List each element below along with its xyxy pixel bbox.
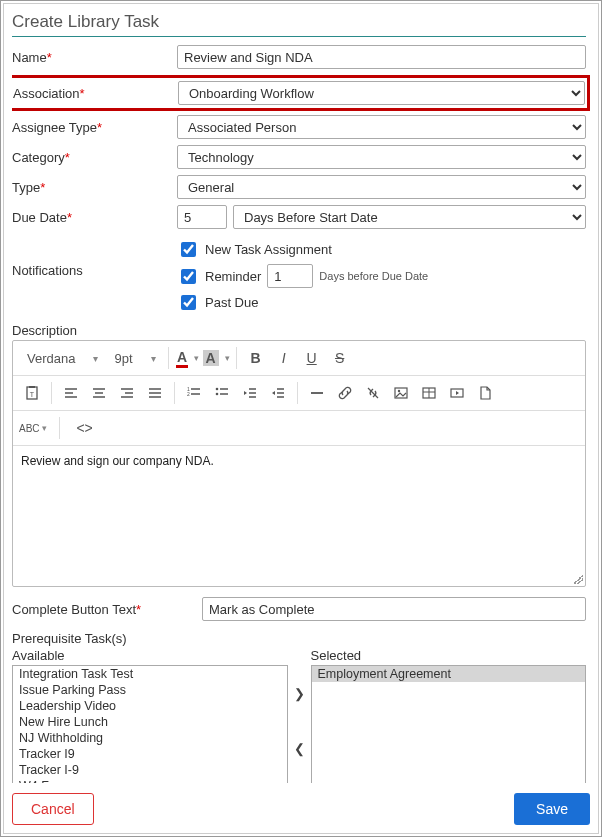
svg-text:2: 2 [187,391,190,397]
font-family-select[interactable]: Verdana▾ [19,345,104,371]
row-category: Category* Technology [12,145,586,169]
selected-listbox[interactable]: Employment Agreement [311,665,587,783]
reminder-days-suffix: Days before Due Date [319,270,428,282]
label-name: Name* [12,50,177,65]
move-right-button[interactable]: ❯ [294,686,305,701]
assignee-type-select[interactable]: Associated Person [177,115,586,139]
page-title: Create Library Task [12,10,586,37]
svg-text:T: T [30,391,35,398]
label-notifications: Notifications [12,235,177,278]
label-due-date: Due Date* [12,210,177,225]
outdent-button[interactable] [237,380,263,406]
insert-link-button[interactable] [332,380,358,406]
label-prerequisite-tasks: Prerequisite Task(s) [12,631,586,646]
list-item[interactable]: Integration Task Test [13,666,287,682]
remove-link-button[interactable] [360,380,386,406]
svg-point-34 [398,390,400,392]
code-view-button[interactable]: <> [72,415,98,441]
strikethrough-button[interactable]: S [327,345,353,371]
label-selected: Selected [311,648,587,663]
list-item[interactable]: Tracker I-9 [13,762,287,778]
checkbox-past-due[interactable] [181,295,196,310]
reminder-days-input[interactable] [267,264,313,288]
underline-button[interactable]: U [299,345,325,371]
rich-text-editor: Verdana▾ 9pt▾ A▾ A▾ B I U S [12,340,586,587]
label-description: Description [12,323,586,338]
row-due-date: Due Date* Days Before Start Date [12,205,586,229]
label-available: Available [12,648,288,663]
row-assignee-type: Assignee Type* Associated Person [12,115,586,139]
unordered-list-button[interactable] [209,380,235,406]
italic-button[interactable]: I [271,345,297,371]
save-button[interactable]: Save [514,793,590,825]
insert-video-button[interactable] [444,380,470,406]
category-select[interactable]: Technology [177,145,586,169]
svg-point-19 [216,388,219,391]
align-justify-button[interactable] [142,380,168,406]
insert-file-button[interactable] [472,380,498,406]
svg-marker-27 [272,391,275,395]
cancel-button[interactable]: Cancel [12,793,94,825]
bold-button[interactable]: B [243,345,269,371]
checkbox-label-past-due: Past Due [205,295,258,310]
svg-marker-23 [244,391,247,395]
editor-toolbar-row1: Verdana▾ 9pt▾ A▾ A▾ B I U S [13,341,585,376]
complete-button-text-input[interactable] [202,597,586,621]
checkbox-new-task-assignment[interactable] [181,242,196,257]
svg-point-20 [216,393,219,396]
checkbox-label-new-task: New Task Assignment [205,242,332,257]
insert-table-button[interactable] [416,380,442,406]
paste-text-button[interactable]: T [19,380,45,406]
horizontal-rule-button[interactable] [304,380,330,406]
checkbox-label-reminder: Reminder [205,269,261,284]
list-item[interactable]: Leadership Video [13,698,287,714]
highlight-color-button[interactable]: A▾ [203,345,230,371]
row-type: Type* General [12,175,586,199]
font-size-select[interactable]: 9pt▾ [106,345,161,371]
list-item[interactable]: New Hire Lunch [13,714,287,730]
svg-marker-39 [456,391,459,395]
row-notifications: Notifications New Task Assignment Remind… [12,235,586,313]
row-association: Association* Onboarding Workflow [12,75,590,111]
available-listbox[interactable]: Integration Task TestIssue Parking PassL… [12,665,288,783]
row-name: Name* [12,45,586,69]
label-complete-button-text: Complete Button Text* [12,602,202,617]
checkbox-reminder[interactable] [181,269,196,284]
type-select[interactable]: General [177,175,586,199]
editor-toolbar-row3: ABC▾ <> [13,411,585,446]
prerequisite-picker: Available Integration Task TestIssue Par… [12,648,586,783]
due-date-unit-select[interactable]: Days Before Start Date [233,205,586,229]
ordered-list-button[interactable]: 12 [181,380,207,406]
list-item[interactable]: Tracker I9 [13,746,287,762]
resize-handle-icon[interactable] [573,574,583,584]
move-left-button[interactable]: ❮ [294,741,305,756]
dialog-footer: Cancel Save [12,783,590,825]
association-select[interactable]: Onboarding Workflow [178,81,585,105]
editor-content[interactable]: Review and sign our company NDA. [13,446,585,586]
list-item[interactable]: Issue Parking Pass [13,682,287,698]
form-scroll-area[interactable]: Create Library Task Name* Association* O… [12,10,590,783]
label-association: Association* [13,86,178,101]
list-item[interactable]: Employment Agreement [312,666,586,682]
insert-image-button[interactable] [388,380,414,406]
label-assignee-type: Assignee Type* [12,120,177,135]
editor-toolbar-row2: T 12 [13,376,585,411]
align-right-button[interactable] [114,380,140,406]
indent-button[interactable] [265,380,291,406]
align-center-button[interactable] [86,380,112,406]
spellcheck-button[interactable]: ABC▾ [19,415,47,441]
list-item[interactable]: NJ Withholding [13,730,287,746]
align-left-button[interactable] [58,380,84,406]
due-date-number-input[interactable] [177,205,227,229]
font-color-button[interactable]: A▾ [175,345,201,371]
label-category: Category* [12,150,177,165]
svg-rect-1 [29,386,35,388]
row-complete-button-text: Complete Button Text* [12,597,586,621]
name-input[interactable] [177,45,586,69]
label-type: Type* [12,180,177,195]
